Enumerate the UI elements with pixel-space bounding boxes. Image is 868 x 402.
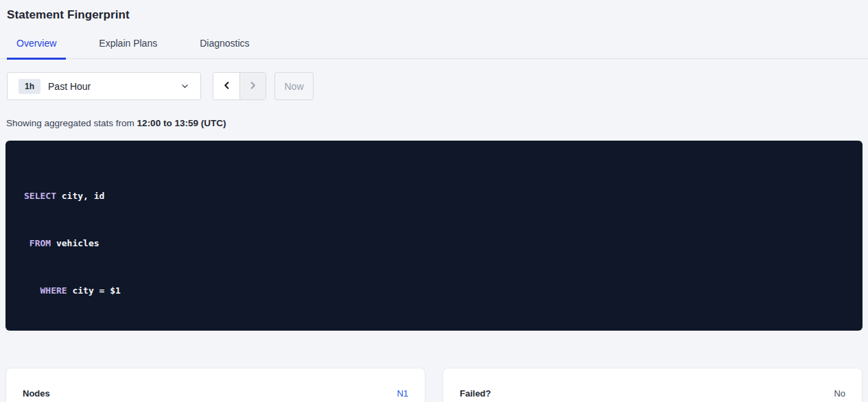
time-step-buttons xyxy=(213,72,266,100)
time-range-label: Past Hour xyxy=(48,81,91,92)
tab-overview[interactable]: Overview xyxy=(7,38,66,60)
row-value: No xyxy=(834,388,845,399)
row-label: Failed? xyxy=(460,388,491,399)
summary-cards: Nodes N1 Regions Database movr Applicati… xyxy=(5,368,863,402)
sql-text: city, id xyxy=(56,191,104,201)
chevron-left-icon xyxy=(222,80,232,93)
row-label: Nodes xyxy=(23,388,50,399)
caption-prefix: Showing aggregated stats from xyxy=(6,118,137,128)
now-button[interactable]: Now xyxy=(274,72,314,100)
time-range-badge: 1h xyxy=(19,79,40,94)
sql-line: WHERE city = $1 xyxy=(24,283,849,298)
sql-line: SELECT city, id xyxy=(24,188,849,204)
chevron-right-icon xyxy=(248,80,258,93)
tab-explain-plans[interactable]: Explain Plans xyxy=(89,38,167,60)
statement-details-card: Nodes N1 Regions Database movr Applicati… xyxy=(5,368,425,402)
sql-keyword: SELECT xyxy=(24,191,56,201)
row-nodes: Nodes N1 xyxy=(23,381,408,402)
tab-diagnostics[interactable]: Diagnostics xyxy=(190,38,259,60)
page-title: Statement Fingerprint xyxy=(7,8,868,22)
sql-line: FROM vehicles xyxy=(24,235,849,251)
chevron-down-icon xyxy=(180,82,189,91)
tab-bar: Overview Explain Plans Diagnostics xyxy=(0,38,868,59)
sql-text: vehicles xyxy=(51,238,99,248)
time-controls: 1h Past Hour Now xyxy=(7,72,868,100)
sql-text: city = $1 xyxy=(67,285,121,296)
caption-time-range: 12:00 to 13:59 (UTC) xyxy=(137,118,226,128)
next-time-button[interactable] xyxy=(239,73,266,99)
sql-keyword: WHERE xyxy=(40,285,67,296)
time-range-dropdown[interactable]: 1h Past Hour xyxy=(7,72,201,100)
row-failed: Failed? No xyxy=(460,381,845,402)
execution-attributes-card: Failed? No Full scan? No Vectorized exec… xyxy=(443,368,863,402)
aggregated-stats-caption: Showing aggregated stats from 12:00 to 1… xyxy=(6,118,868,128)
prev-time-button[interactable] xyxy=(213,73,239,99)
sql-statement-box: SELECT city, id FROM vehicles WHERE city… xyxy=(5,141,863,331)
sql-keyword: FROM xyxy=(30,238,51,248)
nodes-link[interactable]: N1 xyxy=(397,388,408,399)
